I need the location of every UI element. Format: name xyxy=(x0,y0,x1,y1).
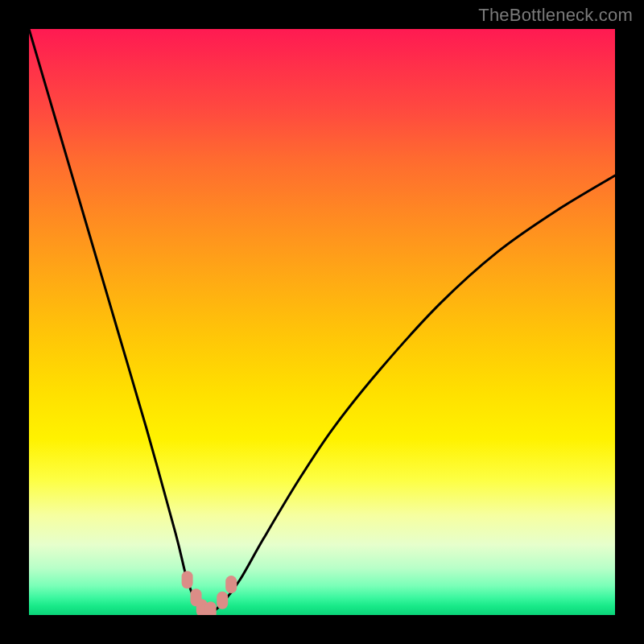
watermark-text: TheBottleneck.com xyxy=(478,5,633,26)
chart-frame: TheBottleneck.com xyxy=(0,0,644,644)
curve-marker xyxy=(225,576,237,593)
bottleneck-curve xyxy=(29,29,615,615)
curve-marker xyxy=(217,592,228,609)
plot-area xyxy=(29,29,615,615)
curve-marker xyxy=(182,571,193,588)
curve-marker xyxy=(205,601,217,615)
